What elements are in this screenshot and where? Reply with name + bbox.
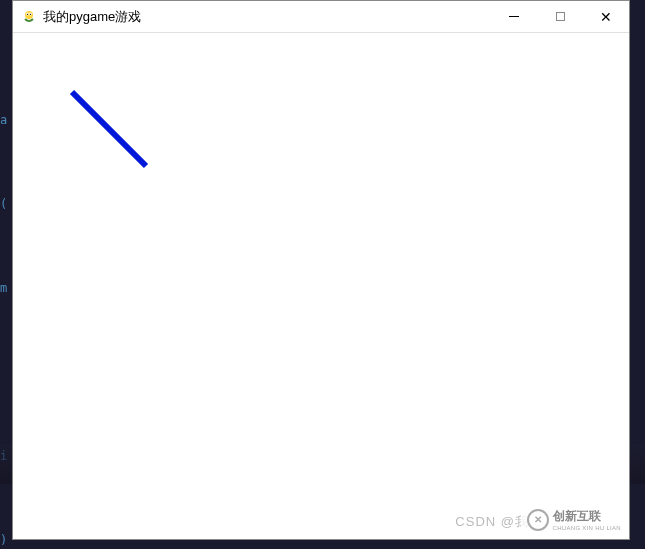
svg-point-4	[30, 13, 31, 14]
svg-point-3	[27, 13, 28, 14]
svg-line-5	[72, 92, 146, 166]
drawn-line	[68, 88, 158, 178]
pygame-window: 我的pygame游戏 ✕ CSDN @我 ✕ 创新互联 CHUANG XIN H…	[12, 0, 630, 540]
maximize-icon	[556, 12, 565, 21]
minimize-button[interactable]	[491, 1, 537, 32]
pygame-icon	[21, 9, 37, 25]
logo-watermark: ✕ 创新互联 CHUANG XIN HU LIAN	[521, 504, 627, 535]
logo-subtext: CHUANG XIN HU LIAN	[553, 525, 621, 531]
close-button[interactable]: ✕	[583, 1, 629, 32]
titlebar[interactable]: 我的pygame游戏 ✕	[13, 1, 629, 33]
logo-text: 创新互联	[553, 508, 621, 525]
minimize-icon	[509, 16, 519, 17]
window-controls: ✕	[491, 1, 629, 32]
close-icon: ✕	[600, 9, 612, 25]
maximize-button[interactable]	[537, 1, 583, 32]
pygame-canvas[interactable]: CSDN @我 ✕ 创新互联 CHUANG XIN HU LIAN	[13, 33, 629, 539]
svg-point-0	[25, 11, 33, 19]
logo-icon: ✕	[527, 509, 549, 531]
csdn-watermark: CSDN @我	[455, 513, 529, 531]
logo-text-wrap: 创新互联 CHUANG XIN HU LIAN	[553, 508, 621, 531]
window-title: 我的pygame游戏	[43, 8, 491, 26]
